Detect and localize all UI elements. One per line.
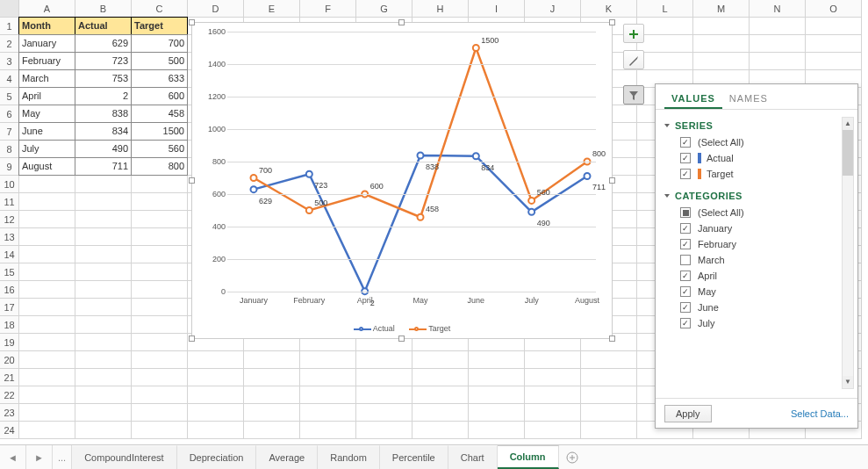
category-item[interactable]: (Select All)	[663, 205, 857, 220]
cell[interactable]	[188, 351, 244, 369]
cell[interactable]	[75, 246, 132, 263]
cell[interactable]	[581, 422, 637, 439]
cell[interactable]: 700	[131, 34, 188, 53]
cell[interactable]	[806, 53, 862, 70]
cell[interactable]	[75, 299, 132, 316]
cell[interactable]	[300, 386, 356, 404]
cell[interactable]	[75, 386, 132, 404]
cell[interactable]	[75, 422, 132, 439]
cell[interactable]	[75, 351, 132, 369]
cell[interactable]	[75, 211, 132, 228]
cell[interactable]: February	[18, 52, 75, 70]
sheet-tab[interactable]: Chart	[448, 445, 498, 469]
resize-handle[interactable]	[189, 177, 195, 184]
sheet-nav-next[interactable]: ►	[26, 445, 53, 469]
plot-area[interactable]: 6297232838834490711700500600458150056080…	[227, 32, 596, 292]
row-header[interactable]: 12	[0, 211, 19, 228]
cell[interactable]	[356, 422, 412, 439]
row-header[interactable]: 11	[0, 193, 19, 211]
cell[interactable]	[469, 404, 525, 422]
category-item[interactable]: March	[663, 252, 857, 268]
cell[interactable]	[244, 422, 300, 439]
cell[interactable]	[581, 351, 637, 369]
cell[interactable]	[244, 369, 300, 386]
scrollbar[interactable]: ▲ ▼	[842, 117, 854, 389]
cell[interactable]	[806, 18, 862, 35]
cell[interactable]: 458	[131, 105, 188, 123]
sheet-overflow[interactable]: ...	[53, 445, 72, 469]
cell[interactable]	[469, 369, 525, 386]
cell[interactable]	[750, 18, 806, 35]
cell[interactable]	[75, 176, 132, 193]
cell[interactable]: Target	[131, 17, 188, 35]
column-header[interactable]: D	[188, 0, 244, 18]
cell[interactable]	[300, 351, 356, 369]
cell[interactable]	[525, 351, 581, 369]
row-header[interactable]: 18	[0, 316, 19, 334]
column-header[interactable]: J	[525, 0, 581, 18]
row-header[interactable]: 7	[0, 123, 19, 141]
cell[interactable]	[132, 176, 188, 193]
cell[interactable]: 838	[75, 105, 132, 123]
cell[interactable]	[19, 281, 75, 299]
tab-values[interactable]: VALUES	[664, 90, 722, 109]
cell[interactable]	[637, 53, 693, 70]
series-select-all[interactable]: (Select All)	[663, 134, 857, 150]
category-item[interactable]: June	[663, 299, 857, 315]
cell[interactable]	[412, 386, 469, 404]
cell[interactable]	[693, 18, 750, 35]
cell[interactable]: 1500	[131, 122, 188, 141]
row-header[interactable]: 6	[0, 105, 19, 123]
resize-handle[interactable]	[398, 336, 405, 342]
series-section-title[interactable]: SERIES	[663, 117, 857, 134]
cell[interactable]	[244, 386, 300, 404]
cell[interactable]: Month	[18, 17, 75, 35]
cell[interactable]	[19, 351, 75, 369]
row-header[interactable]: 3	[0, 53, 19, 70]
chart-legend[interactable]: Actual Target	[192, 324, 612, 333]
cell[interactable]	[300, 422, 356, 439]
cell[interactable]	[300, 369, 356, 386]
scroll-down[interactable]: ▼	[843, 376, 853, 388]
resize-handle[interactable]	[609, 336, 615, 342]
cell[interactable]: 753	[75, 69, 132, 88]
cell[interactable]: April	[18, 87, 75, 105]
row-header[interactable]: 22	[0, 386, 19, 404]
resize-handle[interactable]	[398, 19, 405, 25]
row-header[interactable]: 2	[0, 35, 19, 53]
column-header[interactable]: N	[750, 0, 806, 18]
cell[interactable]	[19, 228, 75, 246]
cell[interactable]	[412, 422, 469, 439]
sheet-tab[interactable]: CompoundInterest	[72, 445, 177, 469]
cell[interactable]	[356, 369, 412, 386]
column-header[interactable]: H	[412, 0, 469, 18]
legend-item[interactable]: Target	[409, 324, 450, 333]
sheet-tab[interactable]: Column	[498, 445, 559, 469]
row-header[interactable]: 1	[0, 18, 19, 35]
cell[interactable]	[581, 404, 637, 422]
cell[interactable]	[132, 386, 188, 404]
row-header[interactable]: 23	[0, 404, 19, 422]
cell[interactable]: 560	[131, 140, 188, 158]
cell[interactable]: 711	[75, 157, 132, 176]
column-header[interactable]: I	[469, 0, 525, 18]
cell[interactable]: 500	[131, 52, 188, 70]
cell[interactable]	[75, 316, 132, 334]
cell[interactable]	[188, 386, 244, 404]
row-header[interactable]: 4	[0, 70, 19, 88]
cell[interactable]: 834	[75, 122, 132, 141]
cell[interactable]	[637, 18, 693, 35]
cell[interactable]	[132, 422, 188, 439]
cell[interactable]	[188, 369, 244, 386]
column-header[interactable]: M	[693, 0, 750, 18]
row-header[interactable]: 14	[0, 246, 19, 263]
resize-handle[interactable]	[189, 336, 195, 342]
cell[interactable]: January	[18, 34, 75, 53]
cell[interactable]	[132, 351, 188, 369]
cell[interactable]	[469, 386, 525, 404]
cell[interactable]	[132, 404, 188, 422]
cell[interactable]	[412, 369, 469, 386]
cell[interactable]	[412, 351, 469, 369]
cell[interactable]	[356, 386, 412, 404]
cell[interactable]	[19, 263, 75, 281]
